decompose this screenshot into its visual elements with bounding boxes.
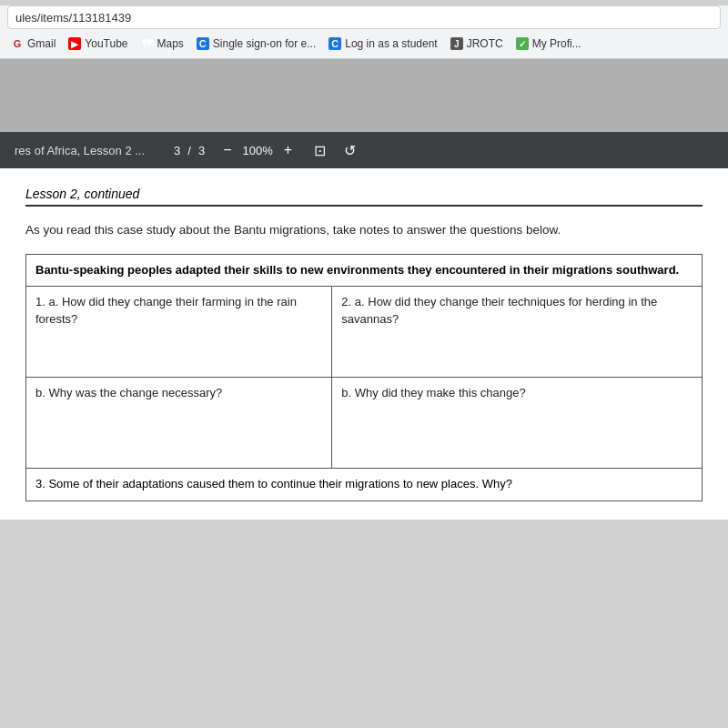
youtube-icon: ▶ bbox=[68, 37, 81, 50]
browser-chrome: ules/items/113181439 G Gmail ▶ YouTube 🗺… bbox=[0, 5, 728, 59]
table-header-cell: Bantu-speaking peoples adapted their ski… bbox=[26, 255, 703, 287]
pdf-zoom-controls: − 100% + bbox=[219, 140, 296, 160]
bookmark-youtube[interactable]: ▶ YouTube bbox=[65, 35, 131, 52]
lesson-header: Lesson 2, continued bbox=[25, 187, 703, 207]
cell-1b-question: b. Why was the change necessary? bbox=[35, 386, 222, 399]
table-question-row-2: b. Why was the change necessary? b. Why … bbox=[26, 378, 703, 469]
intro-text: As you read this case study about the Ba… bbox=[25, 221, 703, 239]
bookmark-label: JROTC bbox=[467, 37, 503, 50]
cell-2b: b. Why did they make this change? bbox=[332, 378, 703, 469]
bookmark-sso[interactable]: C Single sign-on for e... bbox=[193, 35, 319, 52]
zoom-out-button[interactable]: − bbox=[219, 140, 235, 160]
cell-1b: b. Why was the change necessary? bbox=[26, 378, 332, 469]
table-header-row: Bantu-speaking peoples adapted their ski… bbox=[26, 255, 703, 287]
pdf-extra-controls: ⊡ ↺ bbox=[310, 140, 359, 161]
zoom-level: 100% bbox=[243, 144, 273, 157]
bookmark-label: My Profi... bbox=[532, 37, 581, 50]
current-page: 3 bbox=[174, 144, 180, 157]
cell-3: 3. Some of their adaptations caused them… bbox=[26, 469, 703, 500]
bookmark-label: YouTube bbox=[85, 37, 127, 50]
pdf-content: Lesson 2, continued As you read this cas… bbox=[0, 168, 728, 520]
bookmark-label: Gmail bbox=[27, 37, 56, 50]
table-question-row-1: 1. a. How did they change their farming … bbox=[26, 287, 703, 378]
cell-2a-question: 2. a. How did they change their techniqu… bbox=[341, 295, 657, 325]
maps-icon: 🗺 bbox=[141, 37, 154, 50]
login-icon: C bbox=[329, 37, 341, 50]
bookmark-label: Single sign-on for e... bbox=[213, 37, 316, 50]
address-text: ules/items/113181439 bbox=[15, 11, 131, 25]
cell-1a-question: 1. a. How did they change their farming … bbox=[35, 295, 297, 325]
cell-2a: 2. a. How did they change their techniqu… bbox=[332, 287, 703, 378]
address-bar[interactable]: ules/items/113181439 bbox=[7, 5, 721, 29]
lesson-header-text: Lesson 2, continued bbox=[25, 187, 139, 201]
pdf-title: res of Africa, Lesson 2 ... bbox=[15, 144, 145, 157]
cell-2b-question: b. Why did they make this change? bbox=[341, 386, 525, 399]
bookmark-jrotc[interactable]: J JROTC bbox=[447, 35, 507, 52]
bookmark-profile[interactable]: ✓ My Profi... bbox=[512, 35, 585, 52]
pdf-toolbar: res of Africa, Lesson 2 ... 3 / 3 − 100%… bbox=[0, 132, 728, 168]
jrotc-icon: J bbox=[450, 37, 463, 50]
gap-area bbox=[0, 59, 728, 132]
table-row-3: 3. Some of their adaptations caused them… bbox=[26, 469, 703, 500]
bookmark-label: Maps bbox=[157, 37, 184, 50]
total-pages: 3 bbox=[198, 144, 205, 157]
page-separator: / bbox=[187, 144, 191, 157]
bookmarks-bar: G Gmail ▶ YouTube 🗺 Maps C Single sign-o… bbox=[0, 29, 728, 58]
zoom-in-button[interactable]: + bbox=[280, 140, 296, 160]
pdf-page-controls[interactable]: 3 / 3 bbox=[174, 144, 205, 157]
bookmark-gmail[interactable]: G Gmail bbox=[7, 35, 59, 52]
fit-page-button[interactable]: ⊡ bbox=[310, 140, 329, 161]
bookmark-login[interactable]: C Log in as a student bbox=[325, 35, 440, 52]
content-table: Bantu-speaking peoples adapted their ski… bbox=[25, 254, 703, 500]
cell-1a: 1. a. How did they change their farming … bbox=[26, 287, 332, 378]
rotate-button[interactable]: ↺ bbox=[340, 140, 359, 161]
sso-icon: C bbox=[197, 37, 209, 50]
bookmark-label: Log in as a student bbox=[345, 37, 437, 50]
bookmark-maps[interactable]: 🗺 Maps bbox=[137, 35, 187, 52]
profile-icon: ✓ bbox=[516, 37, 529, 50]
gmail-icon: G bbox=[11, 37, 24, 50]
